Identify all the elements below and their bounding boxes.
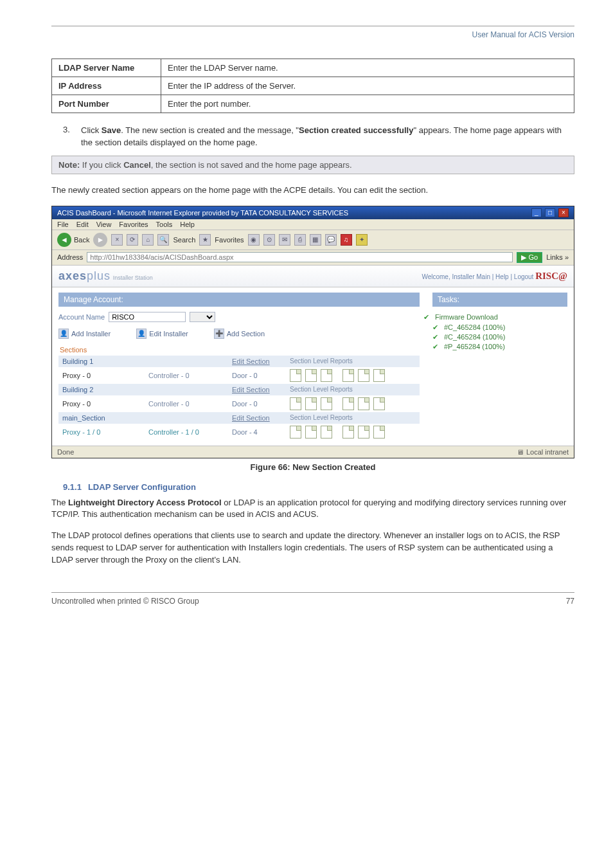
address-input[interactable]: http://01hw183384/acis/ACISDashBoard.asp… (87, 252, 513, 262)
home-icon[interactable]: ⌂ (142, 234, 154, 246)
section-row: Building 2 Edit Section Section Level Re… (58, 384, 420, 395)
discuss-icon[interactable]: 💬 (325, 234, 337, 246)
report-icon[interactable] (290, 369, 301, 382)
links-label[interactable]: Links » (546, 253, 569, 261)
toolbar: ◄Back ► × ⟳ ⌂ 🔍Search ★Favorites ◉ ⊙ ✉ ⎙… (52, 230, 574, 250)
history-icon[interactable]: ⊙ (263, 234, 275, 246)
body-para: The LDAP protocol defines operations tha… (51, 530, 574, 566)
add-installer-button[interactable]: 👤Add Installer (58, 329, 111, 339)
body-para: The Lightweight Directory Access Protoco… (51, 497, 574, 521)
forward-button[interactable]: ► (93, 233, 107, 247)
params-table: LDAP Server Name Enter the LDAP Server n… (51, 59, 574, 113)
mail-icon[interactable]: ✉ (279, 234, 290, 246)
task-firmware-download[interactable]: Firmware Download (432, 312, 567, 323)
edit-section-link[interactable]: Edit Section (232, 386, 270, 393)
menubar[interactable]: FileEditViewFavoritesToolsHelp (52, 219, 574, 230)
close-button[interactable]: × (558, 208, 569, 217)
figure-caption: Figure 66: New Section Created (51, 462, 574, 472)
stop-icon[interactable]: × (111, 234, 123, 246)
account-select[interactable] (190, 312, 215, 322)
section-heading: 9.1.1LDAP Server Configuration (51, 482, 574, 492)
edit-installer-button[interactable]: 👤Edit Installer (136, 329, 188, 339)
note-box: Note: If you click Cancel, the section i… (51, 156, 574, 174)
media-icon[interactable]: ◉ (248, 234, 260, 246)
footer-left: Uncontrolled when printed © RISCO Group (51, 597, 199, 606)
section-sub-row: Proxy - 1 / 0 Controller - 1 / 0 Door - … (58, 424, 420, 440)
param-desc: Enter the LDAP Server name. (161, 59, 574, 77)
param-desc: Enter the IP address of the Server. (161, 77, 574, 95)
status-done: Done (57, 448, 74, 456)
edit-section-link[interactable]: Edit Section (232, 414, 270, 422)
section-row: Building 1 Edit Section Section Level Re… (58, 356, 420, 367)
section-sub-row: Proxy - 0 Controller - 0 Door - 0 (58, 395, 420, 412)
go-button[interactable]: ▶ Go (517, 252, 542, 263)
tool-icon-2[interactable]: ✦ (356, 234, 368, 246)
status-zone: 🖥 Local intranet (517, 448, 569, 456)
window-title: ACIS DashBoard - Microsoft Internet Expl… (57, 209, 348, 217)
search-icon[interactable]: 🔍 (157, 234, 169, 246)
favorites-icon[interactable]: ★ (199, 234, 211, 246)
tool-icon[interactable]: ♫ (341, 234, 352, 246)
screenshot-window: ACIS DashBoard - Microsoft Internet Expl… (51, 206, 574, 458)
print-icon[interactable]: ⎙ (294, 234, 306, 246)
sections-header: Sections (58, 344, 420, 356)
task-item[interactable]: #P_465284 (100%) (432, 342, 567, 352)
maximize-button[interactable]: □ (545, 208, 555, 217)
param-label: IP Address (52, 77, 161, 95)
manage-account-header: Manage Account: (58, 293, 420, 307)
edit-section-link[interactable]: Edit Section (232, 357, 270, 365)
section-row: main_Section Edit Section Section Level … (58, 412, 420, 424)
footer-page: 77 (566, 597, 574, 606)
param-label: Port Number (52, 95, 161, 113)
welcome-text: Welcome, Installer Main | Help | Logout … (422, 271, 567, 282)
page-header: User Manual for ACIS Version (51, 30, 574, 39)
param-label: LDAP Server Name (52, 59, 161, 77)
step-number: 3. (63, 125, 72, 149)
brand-sub: Installer Station (113, 275, 153, 281)
section-sub-row: Proxy - 0 Controller - 0 Door - 0 (58, 367, 420, 384)
task-item[interactable]: #C_465284 (100%) (432, 323, 567, 332)
body-para: The newly created section appears on the… (51, 185, 574, 197)
address-label: Address (57, 253, 83, 261)
task-item[interactable]: #C_465284 (100%) (432, 332, 567, 342)
brand-logo: axesplus (58, 269, 111, 282)
tasks-header: Tasks: (432, 293, 567, 307)
account-name-label: Account Name (58, 313, 105, 321)
account-name-input[interactable] (109, 312, 186, 322)
edit-icon[interactable]: ▦ (310, 234, 321, 246)
param-desc: Enter the port number. (161, 95, 574, 113)
add-section-button[interactable]: ➕Add Section (214, 329, 265, 339)
back-button[interactable]: ◄Back (57, 233, 89, 247)
refresh-icon[interactable]: ⟳ (127, 234, 138, 246)
minimize-button[interactable]: _ (531, 208, 542, 217)
step-text: Click Save. The new section is created a… (81, 125, 574, 149)
